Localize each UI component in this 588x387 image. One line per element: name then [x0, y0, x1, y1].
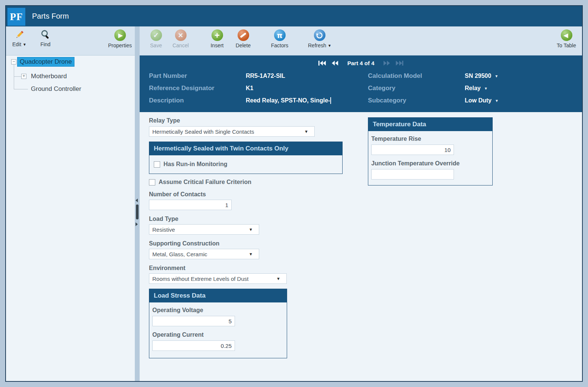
calculation-model-label: Calculation Model: [368, 72, 422, 80]
last-record-button[interactable]: [395, 60, 404, 66]
load-stress-groupbox: Load Stress Data Operating Voltage Opera…: [149, 289, 287, 358]
twin-contacts-groupbox: Hermetically Sealed with Twin Contacts O…: [149, 142, 343, 174]
factors-button[interactable]: π Factors: [270, 29, 289, 48]
operating-voltage-input[interactable]: [152, 316, 235, 326]
tree-connector-line: [14, 89, 28, 89]
find-label: Find: [40, 41, 50, 47]
chevron-down-icon: ▼: [484, 86, 488, 91]
temperature-data-group-title: Temperature Data: [368, 118, 492, 131]
splitter-collapse-icon: [136, 199, 138, 202]
cancel-label: Cancel: [172, 42, 189, 48]
part-tree: − Quadcopter Drone + Motherboard Ground …: [6, 56, 135, 381]
junction-temperature-override-label: Junction Temperature Override: [371, 160, 489, 167]
pi-icon: π: [274, 29, 286, 41]
reference-designator-value: K1: [246, 85, 253, 92]
load-type-dropdown[interactable]: Resistive: [149, 224, 259, 235]
refresh-button[interactable]: Refresh ▼: [308, 29, 331, 48]
form-toolbar: ✓ Save × Cancel + Insert Delete π Factor…: [140, 26, 582, 55]
edit-button[interactable]: Edit ▼: [10, 29, 29, 47]
edit-label: Edit: [12, 41, 21, 47]
back-arrow-icon: ◀: [561, 29, 572, 41]
supporting-construction-dropdown[interactable]: Metal, Glass, Ceramic: [149, 249, 259, 259]
form-body: Relay Type Hermetically Sealed with Sing…: [140, 112, 582, 381]
delete-button[interactable]: Delete: [233, 29, 253, 48]
category-dropdown[interactable]: Relay▼: [465, 85, 488, 92]
category-label: Category: [368, 85, 395, 92]
search-icon: [40, 29, 51, 40]
app-window: PF Parts Form Edit: [5, 5, 583, 382]
refresh-label: Refresh: [308, 42, 326, 48]
properties-play-icon: ▶: [114, 29, 126, 41]
operating-voltage-label: Operating Voltage: [152, 307, 284, 314]
calculation-model-dropdown[interactable]: SN 29500▼: [465, 73, 498, 79]
description-value: Reed Relay, SPST-NO, Single-: [246, 97, 331, 104]
factors-label: Factors: [271, 42, 289, 48]
text-cursor: [330, 97, 331, 104]
tree-expand-toggle[interactable]: +: [21, 74, 26, 79]
reference-designator-label: Reference Designator: [149, 85, 214, 92]
save-label: Save: [150, 42, 162, 48]
app-logo: PF: [7, 8, 25, 26]
temperature-rise-input[interactable]: [371, 145, 454, 155]
record-navigator: Part 4 of 4: [140, 58, 582, 67]
tree-toolbar: Edit ▼ Find ▶ Properties: [6, 26, 135, 55]
temperature-rise-label: Temperature Rise: [371, 136, 489, 142]
splitter-expand-icon: [136, 222, 138, 226]
temperature-data-groupbox: Temperature Data Temperature Rise Juncti…: [368, 117, 493, 185]
previous-record-button[interactable]: [331, 60, 339, 66]
pencil-icon: [14, 29, 25, 40]
tree-connector-line: [14, 76, 21, 77]
find-button[interactable]: Find: [36, 29, 55, 47]
checkbox-box: [154, 161, 160, 168]
insert-button[interactable]: + Insert: [207, 29, 227, 48]
properties-button[interactable]: ▶ Properties: [108, 29, 132, 48]
refresh-icon: [314, 29, 325, 41]
junction-temperature-override-input[interactable]: [371, 169, 454, 180]
properties-label: Properties: [108, 42, 132, 48]
description-label: Description: [149, 97, 184, 104]
tree-item-quadcopter-drone[interactable]: Quadcopter Drone: [17, 57, 74, 67]
delete-label: Delete: [236, 42, 251, 48]
next-record-button[interactable]: [383, 60, 390, 66]
number-of-contacts-label: Number of Contacts: [149, 191, 206, 198]
cancel-button[interactable]: × Cancel: [171, 29, 190, 48]
subcategory-dropdown[interactable]: Low Duty▼: [465, 97, 499, 104]
tree-item-motherboard[interactable]: Motherboard: [29, 72, 69, 81]
environment-dropdown[interactable]: Rooms without Extreme Levels of Dust: [149, 273, 287, 284]
supporting-construction-label: Supporting Construction: [149, 240, 219, 247]
subcategory-label: Subcategory: [368, 97, 406, 104]
load-type-label: Load Type: [149, 216, 178, 222]
assume-critical-failure-checkbox[interactable]: Assume Critical Failure Criterion: [149, 179, 251, 185]
tree-item-ground-controller[interactable]: Ground Controller: [29, 85, 83, 93]
operating-current-label: Operating Current: [152, 332, 284, 338]
to-table-button[interactable]: ◀ To Table: [557, 29, 576, 48]
chevron-down-icon: ▼: [23, 42, 26, 47]
relay-type-label: Relay Type: [149, 117, 180, 124]
operating-current-input[interactable]: [152, 340, 235, 351]
chevron-down-icon: ▼: [328, 44, 331, 48]
save-button[interactable]: ✓ Save: [146, 29, 166, 48]
splitter-grip: [136, 204, 139, 219]
record-position-text: Part 4 of 4: [347, 60, 375, 66]
relay-type-dropdown[interactable]: Hermetically Sealed with Single Contacts: [149, 126, 315, 137]
checkbox-box: [149, 179, 155, 185]
number-of-contacts-input[interactable]: [149, 200, 232, 210]
to-table-label: To Table: [557, 42, 576, 48]
chevron-down-icon: ▼: [495, 99, 499, 103]
save-check-icon: ✓: [150, 29, 162, 41]
tree-panel: Edit ▼ Find ▶ Properties: [6, 26, 135, 381]
record-header: Part 4 of 4 Part Number RR5-1A72-SIL Ref…: [140, 55, 582, 112]
panel-splitter[interactable]: [135, 26, 140, 381]
title-bar: PF Parts Form: [6, 6, 582, 26]
chevron-down-icon: ▼: [495, 74, 498, 78]
insert-label: Insert: [210, 42, 223, 48]
form-panel: ✓ Save × Cancel + Insert Delete π Factor…: [140, 26, 582, 381]
first-record-button[interactable]: [318, 60, 326, 66]
tree-collapse-toggle[interactable]: −: [11, 59, 16, 64]
cancel-x-icon: ×: [175, 29, 187, 41]
has-run-in-monitoring-checkbox[interactable]: Has Run-in Monitoring: [154, 161, 338, 168]
load-stress-group-title: Load Stress Data: [149, 289, 287, 302]
delete-slash-icon: [238, 29, 249, 41]
twin-contacts-group-title: Hermetically Sealed with Twin Contacts O…: [149, 142, 342, 155]
tree-connector-line: [14, 64, 14, 89]
